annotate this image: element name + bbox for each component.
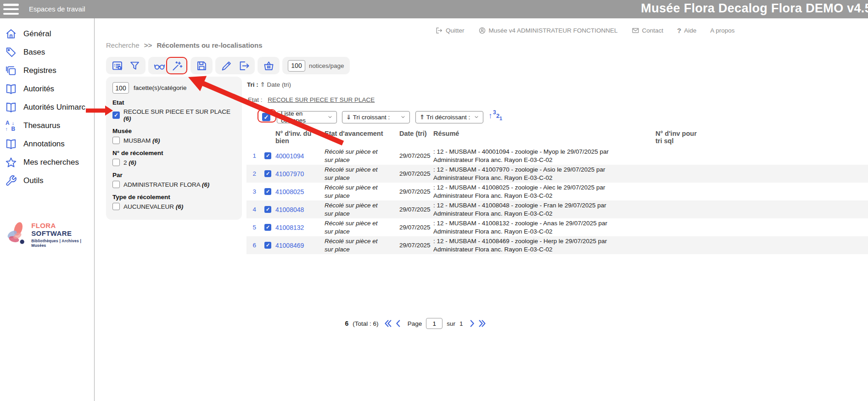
last-page-button[interactable]: [477, 318, 487, 329]
row-checkbox[interactable]: ✓: [264, 206, 271, 213]
inventory-number-link[interactable]: 41008132: [275, 224, 325, 231]
sidebar-item-bases[interactable]: Bases: [0, 43, 94, 61]
table-row: 2✓41007970Récolé sur pièce et sur place2…: [246, 165, 868, 183]
svg-text:↑: ↑: [6, 126, 8, 132]
row-resume: : 12 - MUSBAM - 41008025 - zoologie - Al…: [433, 184, 655, 200]
sidebar-item-registres[interactable]: Registres: [0, 61, 94, 80]
save-button[interactable]: [195, 59, 208, 72]
previous-page-button[interactable]: [393, 318, 403, 329]
toolbar-group: [106, 57, 146, 74]
sidebar-item-autorites-unimarc[interactable]: Autorités Unimarc: [0, 98, 94, 117]
next-page-button[interactable]: [467, 318, 477, 329]
row-etat: Récolé sur pièce et sur place: [325, 237, 399, 253]
facet-checkbox[interactable]: [112, 159, 120, 166]
sort-numeric-icon[interactable]: 321↑: [489, 111, 501, 123]
workspace-label[interactable]: Espaces de travail: [29, 5, 85, 13]
sidebar-item-general[interactable]: Général: [0, 25, 94, 43]
filter-button[interactable]: [128, 59, 141, 72]
etat-filter-link[interactable]: RECOLE SUR PIECE ET SUR PLACE: [268, 96, 375, 103]
sidebar-item-outils[interactable]: Outils: [0, 172, 94, 190]
export-button[interactable]: [237, 59, 250, 72]
facet-checkbox[interactable]: ✓: [112, 111, 120, 119]
facet-option-label[interactable]: RECOLE SUR PIECE ET SUR PLACE (6): [123, 108, 235, 122]
hamburger-menu-icon[interactable]: [3, 4, 19, 15]
facet-option-label[interactable]: MUSBAM (6): [123, 137, 160, 144]
sur-label: sur: [447, 320, 455, 327]
export-icon: [238, 60, 250, 72]
sort-summary: Tri : ⇑ Date (tri): [247, 81, 291, 88]
tag-icon: [5, 46, 17, 58]
help-button[interactable]: ? Aide: [677, 27, 696, 34]
pagination: 6 (Total : 6) Page sur 1: [246, 318, 586, 329]
row-index: 2: [246, 170, 262, 177]
row-date: 29/07/2025: [399, 170, 433, 177]
magic-wand-button[interactable]: [170, 59, 183, 72]
page-label: Page: [408, 320, 422, 327]
notices-per-page-input[interactable]: [288, 60, 305, 72]
inventory-number-link[interactable]: 41008469: [275, 242, 325, 249]
glasses-icon: [153, 60, 166, 72]
facet-checkbox[interactable]: [112, 181, 120, 188]
facet-checkbox[interactable]: [112, 203, 120, 210]
contact-button[interactable]: Contact: [632, 27, 664, 34]
row-etat: Récolé sur pièce et sur place: [325, 219, 399, 235]
facet-group-title: Par: [112, 172, 235, 178]
inventory-number-link[interactable]: 41007970: [275, 170, 325, 178]
facet-option-label[interactable]: 2 (6): [123, 159, 136, 166]
filter-icon: [129, 60, 141, 72]
sidebar-item-label: Général: [23, 29, 51, 39]
column-header-resume: Résumé: [433, 130, 655, 145]
sort-ascending-select[interactable]: ⇓ Tri croissant :: [342, 111, 410, 123]
sidebar-item-thesaurus[interactable]: A↓↑BThesaurus: [0, 117, 94, 135]
inventory-number-link[interactable]: 41008048: [275, 206, 325, 213]
edit-button[interactable]: [220, 59, 233, 72]
view-mode-select[interactable]: Liste en colonnes: [277, 111, 337, 123]
facet-option: MUSBAM (6): [112, 137, 235, 144]
facet-checkbox[interactable]: [112, 137, 120, 144]
user-account[interactable]: Musée v4 ADMINISTRATEUR FONCTIONNEL: [478, 27, 618, 34]
quit-button[interactable]: Quitter: [435, 27, 465, 34]
row-etat: Récolé sur pièce et sur place: [325, 201, 399, 217]
inventory-number-link[interactable]: 40001094: [275, 152, 325, 160]
facet-group-title: Etat: [112, 99, 235, 106]
sidebar-item-label: Autorités: [23, 84, 54, 94]
flora-flower-icon: [3, 220, 29, 249]
row-checkbox[interactable]: ✓: [264, 152, 271, 159]
first-page-button[interactable]: [383, 318, 393, 329]
etat-filter-summary: Etat : RECOLE SUR PIECE ET SUR PLACE: [248, 96, 375, 103]
wrench-icon: [5, 175, 17, 187]
breadcrumb-section: Recherche: [106, 41, 140, 49]
row-checkbox[interactable]: ✓: [264, 188, 271, 195]
row-checkbox[interactable]: ✓: [264, 170, 271, 177]
inventory-number-link[interactable]: 41008025: [275, 188, 325, 195]
sort-descending-select[interactable]: ⇑ Tri décroissant :: [415, 111, 483, 123]
row-index: 3: [246, 188, 262, 195]
sidebar-item-autorites[interactable]: Autorités: [0, 80, 94, 98]
edit-icon: [220, 60, 233, 72]
facet-option-label[interactable]: ADMINISTRATEUR FLORA (6): [123, 181, 209, 188]
row-etat: Récolé sur pièce et sur place: [325, 166, 399, 182]
sidebar-item-label: Bases: [23, 48, 45, 57]
about-button[interactable]: A propos: [710, 27, 734, 34]
facet-option-label[interactable]: AUCUNEVALEUR (6): [123, 203, 183, 210]
display-format-button[interactable]: [111, 59, 123, 72]
chevron-down-icon: [474, 114, 479, 120]
page-input[interactable]: [426, 318, 442, 329]
facet-count-input[interactable]: [112, 82, 129, 94]
toolbar-group: [258, 57, 280, 74]
copies-icon: [5, 65, 17, 77]
basket-button[interactable]: [262, 59, 275, 72]
page-title: Récolements ou re-localisations: [157, 41, 262, 49]
row-checkbox[interactable]: ✓: [264, 224, 271, 231]
facet-group-title: N° de récolement: [112, 150, 235, 156]
sidebar-item-annotations[interactable]: Annotations: [0, 135, 94, 153]
view-button[interactable]: [153, 59, 166, 72]
envelope-icon: [632, 27, 639, 34]
sidebar-item-mes-recherches[interactable]: Mes recherches: [0, 153, 94, 172]
top-bar: Espaces de travail Musée Flora Decalog F…: [0, 0, 868, 18]
select-all-checkbox[interactable]: ✓: [262, 113, 270, 121]
row-checkbox[interactable]: ✓: [264, 242, 271, 249]
open-book-icon: [5, 138, 17, 150]
row-etat: Récolé sur pièce et sur place: [325, 148, 399, 164]
user-icon: [478, 27, 486, 34]
